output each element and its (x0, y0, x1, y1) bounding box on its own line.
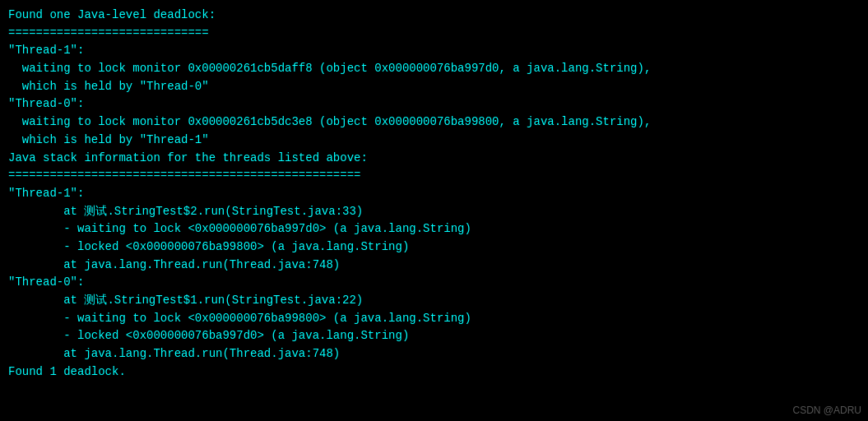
terminal-line: "Thread-0": (8, 274, 865, 292)
terminal-line: Found 1 deadlock. (8, 363, 865, 382)
terminal-line: waiting to lock monitor 0x00000261cb5dc3… (8, 113, 865, 132)
terminal-line: - waiting to lock <0x000000076ba997d0> (… (8, 220, 865, 238)
terminal-line: - locked <0x000000076ba99800> (a java.la… (8, 238, 865, 257)
terminal-line: waiting to lock monitor 0x00000261cb5daf… (8, 60, 865, 78)
terminal-line: ============================= (8, 25, 865, 43)
terminal-window: Found one Java-level deadlock:==========… (0, 0, 868, 421)
terminal-line: Java stack information for the threads l… (8, 150, 865, 168)
terminal-line: - locked <0x000000076ba997d0> (a java.la… (8, 327, 865, 345)
terminal-line: which is held by "Thread-0" (8, 78, 865, 96)
terminal-line: at 测试.StringTest$2.run(StringTest.java:3… (8, 203, 865, 221)
terminal-line: Found one Java-level deadlock: (8, 7, 865, 25)
terminal-line: at java.lang.Thread.run(Thread.java:748) (8, 345, 865, 363)
terminal-line: "Thread-0": (8, 95, 865, 113)
terminal-line: which is held by "Thread-1" (8, 132, 865, 150)
terminal-content: Found one Java-level deadlock:==========… (7, 7, 865, 381)
terminal-line: ========================================… (8, 167, 865, 185)
terminal-line: "Thread-1": (8, 185, 865, 203)
watermark: CSDN @ADRU (792, 405, 861, 416)
terminal-line: at 测试.StringTest$1.run(StringTest.java:2… (8, 292, 865, 310)
terminal-line: - waiting to lock <0x000000076ba99800> (… (8, 310, 865, 328)
terminal-line: at java.lang.Thread.run(Thread.java:748) (8, 257, 865, 275)
terminal-line: "Thread-1": (8, 42, 865, 60)
